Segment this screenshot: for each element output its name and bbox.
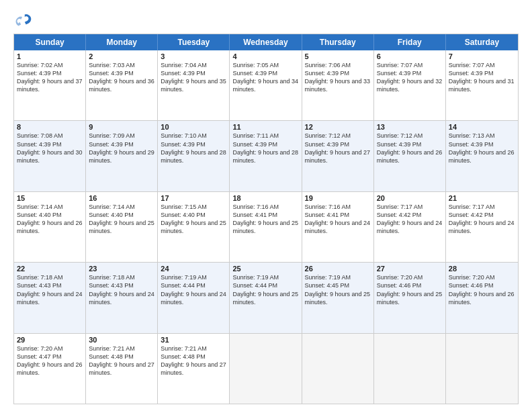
day-info: Sunrise: 7:16 AM Sunset: 4:41 PM Dayligh… — [232, 203, 298, 234]
day-info: Sunrise: 7:12 AM Sunset: 4:39 PM Dayligh… — [305, 132, 371, 163]
day-cell-18: 18Sunrise: 7:16 AM Sunset: 4:41 PM Dayli… — [230, 192, 302, 262]
day-info: Sunrise: 7:10 AM Sunset: 4:39 PM Dayligh… — [161, 132, 226, 163]
empty-cell — [230, 334, 302, 404]
day-number: 8 — [17, 123, 83, 131]
day-cell-31: 31Sunrise: 7:21 AM Sunset: 4:48 PM Dayli… — [158, 334, 230, 404]
day-cell-29: 29Sunrise: 7:20 AM Sunset: 4:47 PM Dayli… — [14, 334, 86, 404]
day-cell-13: 13Sunrise: 7:12 AM Sunset: 4:39 PM Dayli… — [374, 121, 446, 191]
day-number: 22 — [17, 265, 83, 273]
header-cell-friday: Friday — [374, 34, 446, 50]
day-info: Sunrise: 7:19 AM Sunset: 4:44 PM Dayligh… — [232, 274, 298, 305]
day-cell-24: 24Sunrise: 7:19 AM Sunset: 4:44 PM Dayli… — [158, 263, 230, 332]
day-info: Sunrise: 7:17 AM Sunset: 4:42 PM Dayligh… — [377, 203, 443, 234]
day-number: 12 — [305, 123, 371, 131]
day-number: 9 — [89, 123, 154, 131]
day-cell-6: 6Sunrise: 7:07 AM Sunset: 4:39 PM Daylig… — [374, 50, 446, 120]
day-info: Sunrise: 7:19 AM Sunset: 4:45 PM Dayligh… — [305, 274, 371, 305]
day-cell-30: 30Sunrise: 7:21 AM Sunset: 4:48 PM Dayli… — [86, 334, 158, 404]
day-number: 13 — [377, 123, 443, 131]
header-cell-thursday: Thursday — [302, 34, 374, 50]
day-cell-16: 16Sunrise: 7:14 AM Sunset: 4:40 PM Dayli… — [86, 192, 158, 262]
day-cell-17: 17Sunrise: 7:15 AM Sunset: 4:40 PM Dayli… — [158, 192, 230, 262]
day-cell-9: 9Sunrise: 7:09 AM Sunset: 4:39 PM Daylig… — [86, 121, 158, 191]
day-number: 5 — [305, 52, 371, 60]
day-info: Sunrise: 7:07 AM Sunset: 4:39 PM Dayligh… — [449, 62, 515, 93]
day-number: 17 — [161, 194, 226, 202]
day-number: 2 — [89, 52, 154, 60]
day-cell-7: 7Sunrise: 7:07 AM Sunset: 4:39 PM Daylig… — [446, 50, 518, 120]
day-number: 21 — [449, 194, 515, 202]
page: SundayMondayTuesdayWednesdayThursdayFrid… — [0, 0, 532, 411]
day-number: 18 — [232, 194, 298, 202]
day-cell-12: 12Sunrise: 7:12 AM Sunset: 4:39 PM Dayli… — [302, 121, 374, 191]
day-info: Sunrise: 7:14 AM Sunset: 4:40 PM Dayligh… — [17, 203, 83, 234]
day-number: 1 — [17, 52, 83, 60]
day-info: Sunrise: 7:11 AM Sunset: 4:39 PM Dayligh… — [232, 132, 298, 163]
day-number: 28 — [449, 265, 515, 273]
day-number: 6 — [377, 52, 443, 60]
day-number: 16 — [89, 194, 154, 202]
day-cell-5: 5Sunrise: 7:06 AM Sunset: 4:39 PM Daylig… — [302, 50, 374, 120]
day-info: Sunrise: 7:17 AM Sunset: 4:42 PM Dayligh… — [449, 203, 515, 234]
day-cell-25: 25Sunrise: 7:19 AM Sunset: 4:44 PM Dayli… — [230, 263, 302, 332]
day-info: Sunrise: 7:05 AM Sunset: 4:39 PM Dayligh… — [232, 62, 298, 93]
week-row-1: 1Sunrise: 7:02 AM Sunset: 4:39 PM Daylig… — [14, 50, 518, 121]
day-cell-10: 10Sunrise: 7:10 AM Sunset: 4:39 PM Dayli… — [158, 121, 230, 191]
day-info: Sunrise: 7:13 AM Sunset: 4:39 PM Dayligh… — [449, 132, 515, 163]
day-number: 4 — [232, 52, 298, 60]
day-info: Sunrise: 7:15 AM Sunset: 4:40 PM Dayligh… — [161, 203, 226, 234]
day-number: 25 — [232, 265, 298, 273]
day-cell-21: 21Sunrise: 7:17 AM Sunset: 4:42 PM Dayli… — [446, 192, 518, 262]
day-number: 26 — [305, 265, 371, 273]
day-number: 11 — [232, 123, 298, 131]
week-row-2: 8Sunrise: 7:08 AM Sunset: 4:39 PM Daylig… — [14, 121, 518, 191]
header-cell-sunday: Sunday — [14, 34, 86, 50]
calendar-body: 1Sunrise: 7:02 AM Sunset: 4:39 PM Daylig… — [14, 50, 518, 404]
day-number: 23 — [89, 265, 154, 273]
calendar: SundayMondayTuesdayWednesdayThursdayFrid… — [13, 34, 519, 404]
day-info: Sunrise: 7:19 AM Sunset: 4:44 PM Dayligh… — [161, 274, 226, 305]
week-row-3: 15Sunrise: 7:14 AM Sunset: 4:40 PM Dayli… — [14, 192, 518, 263]
day-number: 10 — [161, 123, 226, 131]
header-cell-tuesday: Tuesday — [158, 34, 230, 50]
header — [13, 11, 519, 30]
empty-cell — [302, 334, 374, 404]
day-cell-8: 8Sunrise: 7:08 AM Sunset: 4:39 PM Daylig… — [14, 121, 86, 191]
day-info: Sunrise: 7:12 AM Sunset: 4:39 PM Dayligh… — [377, 132, 443, 163]
day-number: 7 — [449, 52, 515, 60]
day-info: Sunrise: 7:21 AM Sunset: 4:48 PM Dayligh… — [161, 345, 226, 376]
day-number: 20 — [377, 194, 443, 202]
week-row-5: 29Sunrise: 7:20 AM Sunset: 4:47 PM Dayli… — [14, 334, 518, 404]
header-cell-wednesday: Wednesday — [230, 34, 302, 50]
day-cell-14: 14Sunrise: 7:13 AM Sunset: 4:39 PM Dayli… — [446, 121, 518, 191]
day-info: Sunrise: 7:21 AM Sunset: 4:48 PM Dayligh… — [89, 345, 154, 376]
day-info: Sunrise: 7:09 AM Sunset: 4:39 PM Dayligh… — [89, 132, 154, 163]
day-info: Sunrise: 7:16 AM Sunset: 4:41 PM Dayligh… — [305, 203, 371, 234]
day-info: Sunrise: 7:20 AM Sunset: 4:46 PM Dayligh… — [449, 274, 515, 305]
day-info: Sunrise: 7:02 AM Sunset: 4:39 PM Dayligh… — [17, 62, 83, 93]
day-cell-19: 19Sunrise: 7:16 AM Sunset: 4:41 PM Dayli… — [302, 192, 374, 262]
day-cell-11: 11Sunrise: 7:11 AM Sunset: 4:39 PM Dayli… — [230, 121, 302, 191]
day-number: 31 — [161, 336, 226, 344]
day-info: Sunrise: 7:20 AM Sunset: 4:46 PM Dayligh… — [377, 274, 443, 305]
day-cell-1: 1Sunrise: 7:02 AM Sunset: 4:39 PM Daylig… — [14, 50, 86, 120]
day-cell-15: 15Sunrise: 7:14 AM Sunset: 4:40 PM Dayli… — [14, 192, 86, 262]
empty-cell — [374, 334, 446, 404]
day-number: 19 — [305, 194, 371, 202]
day-cell-22: 22Sunrise: 7:18 AM Sunset: 4:43 PM Dayli… — [14, 263, 86, 332]
logo-icon — [13, 11, 32, 30]
day-cell-20: 20Sunrise: 7:17 AM Sunset: 4:42 PM Dayli… — [374, 192, 446, 262]
day-number: 3 — [161, 52, 226, 60]
day-cell-2: 2Sunrise: 7:03 AM Sunset: 4:39 PM Daylig… — [86, 50, 158, 120]
day-info: Sunrise: 7:03 AM Sunset: 4:39 PM Dayligh… — [89, 62, 154, 93]
day-info: Sunrise: 7:14 AM Sunset: 4:40 PM Dayligh… — [89, 203, 154, 234]
day-info: Sunrise: 7:04 AM Sunset: 4:39 PM Dayligh… — [161, 62, 226, 93]
day-number: 24 — [161, 265, 226, 273]
day-cell-4: 4Sunrise: 7:05 AM Sunset: 4:39 PM Daylig… — [230, 50, 302, 120]
empty-cell — [446, 334, 518, 404]
day-cell-3: 3Sunrise: 7:04 AM Sunset: 4:39 PM Daylig… — [158, 50, 230, 120]
day-number: 27 — [377, 265, 443, 273]
header-cell-saturday: Saturday — [446, 34, 518, 50]
day-cell-27: 27Sunrise: 7:20 AM Sunset: 4:46 PM Dayli… — [374, 263, 446, 332]
day-info: Sunrise: 7:07 AM Sunset: 4:39 PM Dayligh… — [377, 62, 443, 93]
